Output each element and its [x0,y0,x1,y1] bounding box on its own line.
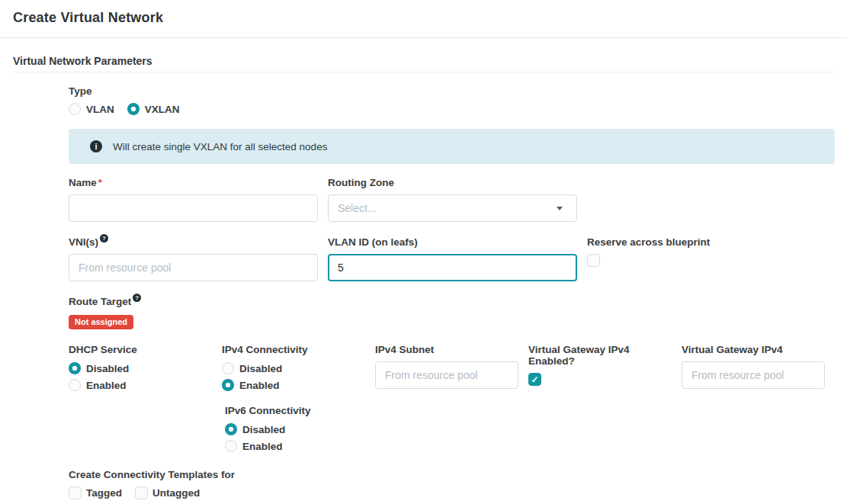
radio-option-ipv6-disabled[interactable]: Disabled [225,422,835,436]
radio-label: VXLAN [145,104,180,115]
vlan-id-label: VLAN ID (on leafs) [328,236,577,248]
radio-icon[interactable] [225,440,237,452]
ipv4-connectivity-radio-group: Disabled Enabled [222,361,365,395]
connectivity-templates-checkbox-group: ✓ Tagged ✓ Untagged [69,486,835,499]
ipv4-subnet-input[interactable] [375,361,518,389]
radio-label: Enabled [86,380,127,391]
radio-label: VLAN [86,104,114,115]
dhcp-service-radio-group: Disabled Enabled [69,361,212,395]
routing-zone-label: Routing Zone [328,177,577,188]
untagged-checkbox[interactable]: ✓ [135,486,148,499]
radio-label: Enabled [242,441,283,452]
status-badge: Not assigned [69,315,133,329]
section-title: Virtual Network Parameters [13,55,834,67]
connectivity-templates-field: Create Connectivity Templates for ✓ Tagg… [69,469,835,499]
radio-option-dhcp-disabled[interactable]: Disabled [69,361,212,375]
name-input[interactable] [69,194,318,222]
vlan-id-input[interactable] [328,254,577,281]
radio-label: Disabled [239,363,282,374]
ipv4-subnet-label: IPv4 Subnet [375,344,518,355]
ipv4-connectivity-label: IPv4 Connectivity [222,344,365,355]
type-radio-group: VLAN VXLAN [69,103,835,115]
routing-zone-field: Routing Zone Select... [328,177,577,222]
radio-checked-icon[interactable] [225,423,237,435]
row-name-routing-zone: Name* Routing Zone Select... [69,177,835,222]
radio-label: Disabled [242,424,285,435]
radio-icon[interactable] [69,379,81,391]
ipv6-connectivity-field: IPv6 Connectivity Disabled Enabled [225,405,835,456]
radio-label: Disabled [86,363,129,374]
check-icon: ✓ [531,375,538,384]
name-field: Name* [69,177,318,222]
reserve-across-blueprint-field: Reserve across blueprint ✓ [587,236,710,267]
radio-option-vlan[interactable]: VLAN [69,103,114,115]
page-title: Create Virtual Network [13,10,834,26]
virtual-gateway-ipv4-input[interactable] [682,361,825,389]
vni-field: VNI(s)? [69,236,318,281]
radio-icon[interactable] [222,362,234,374]
virtual-gateway-ipv4-enabled-checkbox[interactable]: ✓ [528,373,541,386]
required-asterisk: * [98,177,102,188]
vni-input[interactable] [69,254,318,281]
radio-icon[interactable] [69,103,81,115]
ipv6-connectivity-label: IPv6 Connectivity [225,405,835,416]
info-banner-text: Will create single VXLAN for all selecte… [113,141,327,152]
checkbox-label: Untagged [152,487,200,499]
route-target-label: Route Target? [69,296,835,307]
help-icon[interactable]: ? [133,294,141,302]
select-placeholder: Select... [338,202,377,214]
reserve-across-blueprint-label: Reserve across blueprint [587,236,710,248]
radio-option-ipv4-enabled[interactable]: Enabled [222,378,365,392]
radio-label: Enabled [239,380,280,391]
row-vni-vlan: VNI(s)? VLAN ID (on leafs) Reserve acros… [69,236,835,281]
checkbox-label: Tagged [86,487,122,499]
connectivity-templates-label: Create Connectivity Templates for [69,469,835,480]
checkbox-option-tagged[interactable]: ✓ Tagged [69,486,122,499]
caret-down-icon [557,207,563,210]
route-target-field: Route Target? Not assigned [69,296,835,329]
radio-checked-icon[interactable] [69,362,81,374]
name-label: Name* [69,177,318,188]
checkbox-option-untagged[interactable]: ✓ Untagged [135,486,200,499]
ipv4-connectivity-field: IPv4 Connectivity Disabled Enabled [222,344,365,395]
virtual-gateway-ipv4-enabled-field: Virtual Gateway IPv4 Enabled? ✓ [528,344,672,386]
radio-option-dhcp-enabled[interactable]: Enabled [69,378,212,392]
ipv4-subnet-field: IPv4 Subnet [375,344,518,389]
form-content: Type VLAN VXLAN i Will create single VXL… [0,85,847,499]
dhcp-service-label: DHCP Service [69,344,212,355]
reserve-across-blueprint-checkbox[interactable]: ✓ [587,254,600,267]
vlan-id-field: VLAN ID (on leafs) [328,236,577,281]
vni-label: VNI(s)? [69,236,318,248]
radio-option-ipv4-disabled[interactable]: Disabled [222,361,365,375]
radio-checked-icon[interactable] [222,379,234,391]
tagged-checkbox[interactable]: ✓ [69,486,82,499]
dhcp-service-field: DHCP Service Disabled Enabled [69,344,212,395]
virtual-gateway-ipv4-field: Virtual Gateway IPv4 [682,344,825,389]
type-label: Type [69,85,835,97]
info-icon: i [90,140,102,152]
radio-checked-icon[interactable] [127,103,140,115]
virtual-gateway-ipv4-enabled-label: Virtual Gateway IPv4 Enabled? [528,344,650,367]
help-icon[interactable]: ? [100,234,108,242]
routing-zone-select[interactable]: Select... [328,194,577,222]
row-dhcp-ipv4: DHCP Service Disabled Enabled IPv4 Conne… [69,344,835,395]
type-field: Type VLAN VXLAN [69,85,835,115]
ipv6-connectivity-radio-group: Disabled Enabled [225,422,835,456]
section-header: Virtual Network Parameters [13,55,834,72]
page-header: Create Virtual Network [0,0,847,38]
radio-option-vxlan[interactable]: VXLAN [127,103,180,115]
info-banner: i Will create single VXLAN for all selec… [69,129,835,164]
radio-option-ipv6-enabled[interactable]: Enabled [225,439,835,453]
virtual-gateway-ipv4-label: Virtual Gateway IPv4 [682,344,825,355]
